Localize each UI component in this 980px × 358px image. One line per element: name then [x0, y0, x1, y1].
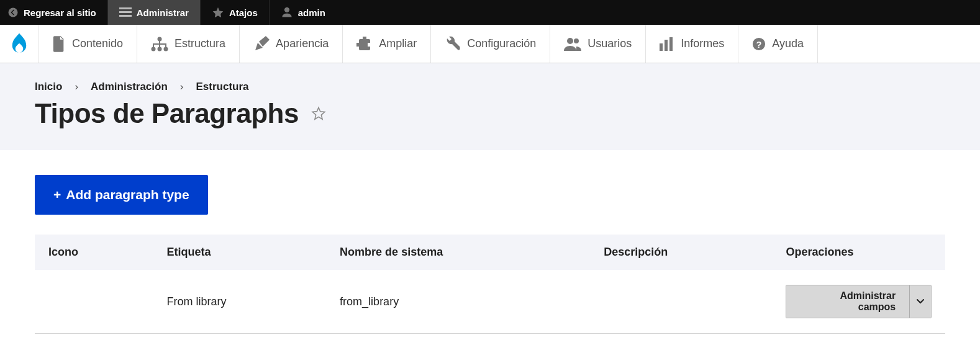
site-logo[interactable] — [0, 25, 39, 63]
content-region: +Add paragraph type Icono Etiqueta Nombr… — [0, 150, 980, 358]
structure-icon — [151, 37, 168, 51]
add-paragraph-type-button[interactable]: +Add paragraph type — [35, 175, 208, 215]
breadcrumb: Inicio › Administración › Estructura — [35, 81, 945, 93]
manage-button[interactable]: Administrar — [108, 0, 201, 25]
menu-people[interactable]: Usuarios — [550, 25, 646, 63]
back-to-site-button[interactable]: Regresar al sitio — [0, 0, 108, 25]
svg-text:?: ? — [756, 39, 762, 49]
menu-extend-label: Ampliar — [379, 37, 417, 50]
col-description: Descripción — [590, 235, 772, 270]
shortcuts-label: Atajos — [229, 7, 258, 18]
add-paragraph-type-label: Add paragraph type — [66, 187, 189, 202]
svg-point-5 — [152, 47, 156, 51]
cell-label: From library — [153, 270, 327, 334]
menu-people-label: Usuarios — [588, 37, 632, 50]
menu-structure[interactable]: Estructura — [137, 25, 240, 63]
breadcrumb-structure[interactable]: Estructura — [196, 81, 249, 93]
drupal-icon — [10, 33, 29, 55]
admin-menu-bar: Contenido Estructura Apariencia Ampliar … — [0, 25, 980, 63]
col-operations: Operaciones — [772, 235, 945, 270]
svg-rect-10 — [660, 43, 663, 51]
menu-config-label: Configuración — [467, 37, 536, 50]
menu-appearance[interactable]: Apariencia — [240, 25, 343, 63]
appearance-icon — [253, 36, 270, 52]
breadcrumb-admin[interactable]: Administración — [91, 81, 168, 93]
svg-point-6 — [158, 47, 162, 51]
paragraph-types-table: Icono Etiqueta Nombre de sistema Descrip… — [35, 235, 945, 334]
svg-rect-11 — [665, 40, 668, 51]
menu-help[interactable]: ? Ayuda — [738, 25, 818, 63]
extend-icon — [356, 37, 373, 51]
svg-point-4 — [158, 37, 162, 41]
cell-icon — [35, 270, 153, 334]
help-icon: ? — [752, 37, 766, 51]
chevron-down-icon — [917, 299, 924, 304]
svg-rect-3 — [119, 15, 132, 17]
star-outline-icon — [311, 105, 327, 122]
menu-config[interactable]: Configuración — [431, 25, 550, 63]
favorite-toggle[interactable] — [310, 105, 327, 122]
cell-description — [590, 270, 772, 334]
manage-label: Administrar — [137, 7, 189, 18]
menu-structure-label: Estructura — [175, 37, 225, 50]
menu-content-label: Contenido — [72, 37, 123, 50]
back-to-site-label: Regresar al sitio — [24, 7, 96, 18]
col-machine: Nombre de sistema — [326, 235, 590, 270]
svg-point-9 — [574, 38, 579, 43]
svg-rect-12 — [669, 37, 673, 51]
config-icon — [445, 36, 461, 52]
back-icon — [7, 7, 19, 18]
page-title: Tipos de Paragraphs — [35, 98, 299, 129]
svg-point-0 — [9, 8, 18, 17]
svg-rect-1 — [119, 7, 132, 9]
page-header: Inicio › Administración › Estructura Tip… — [0, 63, 980, 150]
menu-extend[interactable]: Ampliar — [343, 25, 431, 63]
col-label: Etiqueta — [153, 235, 327, 270]
reports-icon — [660, 37, 674, 51]
menu-reports[interactable]: Informes — [646, 25, 738, 63]
breadcrumb-separator: › — [75, 81, 78, 93]
star-icon — [212, 6, 224, 19]
user-label: admin — [298, 7, 325, 18]
operations-dropbutton: Administrar campos — [786, 285, 932, 318]
menu-help-label: Ayuda — [772, 37, 804, 50]
svg-point-7 — [164, 47, 168, 51]
plus-icon: + — [53, 187, 61, 202]
menu-content[interactable]: Contenido — [39, 25, 137, 63]
table-row: From library from_library Administrar ca… — [35, 270, 945, 334]
menu-reports-label: Informes — [681, 37, 724, 50]
col-icon: Icono — [35, 235, 153, 270]
svg-rect-2 — [119, 11, 132, 13]
cell-machine: from_library — [326, 270, 590, 334]
user-icon — [281, 6, 293, 19]
svg-point-8 — [567, 38, 573, 44]
menu-appearance-label: Apariencia — [276, 37, 329, 50]
breadcrumb-separator: › — [180, 81, 184, 93]
operations-primary-action[interactable]: Administrar campos — [786, 285, 910, 318]
operations-toggle[interactable] — [910, 285, 931, 318]
shortcuts-button[interactable]: Atajos — [201, 0, 270, 25]
people-icon — [564, 37, 581, 51]
hamburger-icon — [119, 7, 132, 17]
content-icon — [52, 36, 66, 52]
cell-operations: Administrar campos — [772, 270, 945, 334]
user-menu-button[interactable]: admin — [270, 0, 337, 25]
top-toolbar: Regresar al sitio Administrar Atajos adm… — [0, 0, 980, 25]
breadcrumb-home[interactable]: Inicio — [35, 81, 62, 93]
